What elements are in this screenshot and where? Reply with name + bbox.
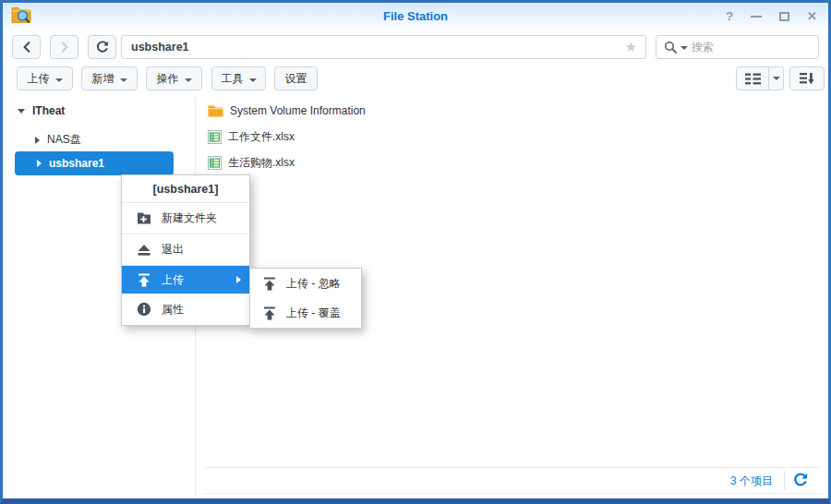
titlebar: File Station ? ✕ xyxy=(3,3,828,30)
chevron-down-icon xyxy=(773,77,780,84)
sidebar-item-label: ITheat xyxy=(32,104,65,117)
menu-item-label: 上传 - 忽略 xyxy=(286,276,341,292)
statusbar-bottom-divider xyxy=(204,493,821,494)
sort-descending-icon xyxy=(800,72,814,85)
upload-icon xyxy=(262,277,277,291)
chevron-down-icon xyxy=(249,78,257,86)
tree-collapsed-icon[interactable] xyxy=(37,160,42,167)
statusbar-refresh-button[interactable] xyxy=(792,472,809,488)
maximize-icon[interactable] xyxy=(779,12,789,21)
context-menu-header: [usbshare1] xyxy=(122,175,249,203)
chevron-down-icon xyxy=(185,78,192,86)
sort-button[interactable] xyxy=(789,66,825,90)
sidebar-item-label: NAS盘 xyxy=(47,132,81,148)
upload-icon xyxy=(137,273,151,287)
search-box xyxy=(656,35,819,59)
chevron-down-icon xyxy=(55,78,63,86)
menu-item-upload-skip[interactable]: 上传 - 忽略 xyxy=(250,269,361,298)
upload-submenu: 上传 - 忽略 上传 - 覆盖 xyxy=(249,268,362,329)
upload-menu-label: 上传 xyxy=(28,71,50,87)
item-count-label: 3 个项目 xyxy=(730,474,773,489)
forward-button[interactable] xyxy=(50,35,78,59)
file-station-window: File Station ? ✕ ★ xyxy=(0,0,831,504)
back-icon xyxy=(22,42,31,53)
refresh-icon xyxy=(95,40,110,54)
window-title: File Station xyxy=(3,3,828,30)
context-menu: [usbshare1] 新建文件夹 退出 xyxy=(121,174,250,326)
view-mode-button[interactable] xyxy=(736,66,769,90)
file-name: System Volume Information xyxy=(230,104,366,117)
path-input[interactable] xyxy=(122,41,625,54)
back-button[interactable] xyxy=(12,35,41,59)
bookmark-star-icon[interactable]: ★ xyxy=(625,39,645,55)
info-icon xyxy=(137,302,151,317)
spreadsheet-file-icon xyxy=(208,130,222,144)
create-menu-button[interactable]: 新增 xyxy=(81,66,138,90)
forward-icon xyxy=(60,42,69,53)
list-view-icon xyxy=(745,73,761,85)
statusbar-top-divider xyxy=(204,467,821,468)
tools-menu-label: 工具 xyxy=(222,71,244,87)
menu-item-label: 新建文件夹 xyxy=(162,210,217,226)
file-row-shopping-xlsx[interactable]: 生活购物.xlsx xyxy=(208,154,295,171)
search-input[interactable] xyxy=(692,41,831,54)
action-menu-button[interactable]: 操作 xyxy=(146,66,202,90)
menu-item-upload-overwrite[interactable]: 上传 - 覆盖 xyxy=(250,298,361,328)
upload-menu-button[interactable]: 上传 xyxy=(17,66,73,90)
sidebar-item-usbshare1[interactable]: usbshare1 xyxy=(15,151,174,175)
statusbar-divider xyxy=(784,471,785,490)
menu-item-eject[interactable]: 退出 xyxy=(122,234,249,266)
eject-icon xyxy=(137,244,151,257)
new-folder-icon xyxy=(137,211,151,225)
create-menu-label: 新增 xyxy=(92,71,114,87)
minimize-icon[interactable] xyxy=(751,16,762,18)
spreadsheet-file-icon xyxy=(208,156,222,170)
menu-item-label: 上传 - 覆盖 xyxy=(286,306,341,321)
menu-item-properties[interactable]: 属性 xyxy=(122,294,249,325)
upload-icon xyxy=(262,306,277,320)
sidebar-item-label: usbshare1 xyxy=(49,157,104,170)
search-icon xyxy=(664,41,678,54)
tree-expanded-icon[interactable] xyxy=(18,109,25,114)
search-scope-caret-icon[interactable] xyxy=(680,46,688,54)
settings-label: 设置 xyxy=(285,71,307,87)
settings-button[interactable]: 设置 xyxy=(274,66,318,90)
sidebar-item-itheat[interactable]: ITheat xyxy=(18,104,65,117)
file-name: 工作文件.xlsx xyxy=(228,129,295,145)
menu-item-upload[interactable]: 上传 xyxy=(122,266,249,294)
close-icon[interactable]: ✕ xyxy=(807,10,817,22)
menu-item-label: 上传 xyxy=(162,272,184,288)
path-bar: ★ xyxy=(121,35,646,59)
window-controls: ? ✕ xyxy=(726,3,817,30)
menu-item-label: 属性 xyxy=(162,302,184,318)
file-row-work-xlsx[interactable]: 工作文件.xlsx xyxy=(208,128,295,145)
menu-item-new-folder[interactable]: 新建文件夹 xyxy=(122,203,249,234)
file-row-system-volume-information[interactable]: System Volume Information xyxy=(208,102,366,119)
tools-menu-button[interactable]: 工具 xyxy=(211,66,266,90)
submenu-arrow-icon xyxy=(236,276,241,283)
tree-collapsed-icon[interactable] xyxy=(35,137,40,144)
help-icon[interactable]: ? xyxy=(726,10,733,22)
refresh-button[interactable] xyxy=(88,35,116,59)
folder-icon xyxy=(208,104,223,117)
action-menu-label: 操作 xyxy=(157,71,179,87)
sidebar-item-nas-disk[interactable]: NAS盘 xyxy=(35,132,81,148)
file-name: 生活购物.xlsx xyxy=(228,155,295,171)
view-mode-dropdown-button[interactable] xyxy=(769,66,784,90)
chevron-down-icon xyxy=(120,78,127,86)
menu-item-label: 退出 xyxy=(162,242,184,258)
view-mode-group xyxy=(736,66,784,90)
